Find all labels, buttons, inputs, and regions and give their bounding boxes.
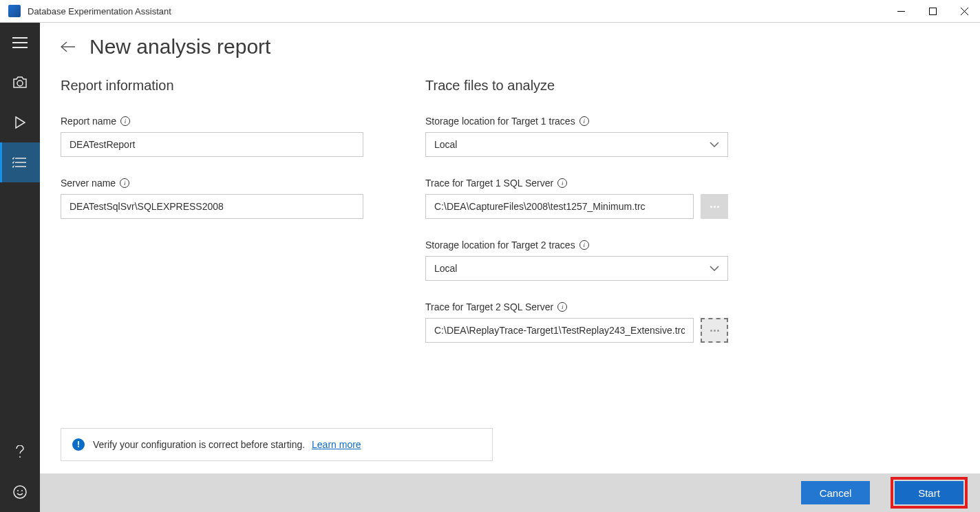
- field-storage-t2: Storage location for Target 2 traces i L…: [425, 239, 728, 281]
- trace-files-column: Trace files to analyze Storage location …: [425, 78, 728, 363]
- field-trace-t1: Trace for Target 1 SQL Server i: [425, 178, 728, 219]
- sidebar: [0, 23, 40, 512]
- main: New analysis report Report information R…: [0, 23, 980, 512]
- ellipsis-icon: [710, 206, 719, 208]
- trace-t2-input[interactable]: [425, 318, 694, 343]
- storage-t2-value: Local: [434, 263, 457, 274]
- storage-t1-label: Storage location for Target 1 traces: [425, 116, 575, 127]
- report-info-heading: Report information: [61, 78, 363, 94]
- back-button[interactable]: [61, 39, 76, 54]
- info-icon[interactable]: i: [120, 116, 130, 126]
- report-info-column: Report information Report name i Server …: [61, 78, 363, 363]
- svg-point-13: [14, 486, 26, 498]
- sidebar-item-capture[interactable]: [0, 63, 40, 103]
- storage-t2-select[interactable]: Local: [425, 256, 728, 281]
- svg-marker-8: [16, 117, 25, 128]
- content: New analysis report Report information R…: [40, 23, 980, 512]
- cancel-button[interactable]: Cancel: [801, 481, 870, 504]
- info-badge-icon: !: [72, 438, 85, 451]
- app-icon: [8, 5, 21, 17]
- app-title: Database Experimentation Assistant: [28, 6, 171, 17]
- close-button[interactable]: [948, 0, 980, 23]
- titlebar: Database Experimentation Assistant: [0, 0, 980, 23]
- server-name-label: Server name: [61, 178, 116, 189]
- info-icon[interactable]: i: [120, 178, 129, 188]
- svg-rect-1: [929, 8, 936, 14]
- svg-point-14: [17, 490, 19, 491]
- footer-bar: Cancel Start: [40, 473, 980, 512]
- sidebar-item-reports[interactable]: [0, 142, 40, 182]
- sidebar-item-help[interactable]: [0, 432, 40, 472]
- form-columns: Report information Report name i Server …: [61, 78, 959, 363]
- trace-t1-label: Trace for Target 1 SQL Server: [425, 178, 553, 189]
- svg-point-7: [17, 81, 23, 86]
- browse-trace-t2-button[interactable]: [701, 318, 728, 343]
- learn-more-link[interactable]: Learn more: [312, 439, 361, 450]
- field-trace-t2: Trace for Target 2 SQL Server i: [425, 301, 728, 343]
- report-name-input[interactable]: [61, 132, 363, 157]
- browse-trace-t1-button[interactable]: [701, 194, 728, 219]
- verify-banner: ! Verify your configuration is correct b…: [61, 428, 493, 461]
- start-button[interactable]: Start: [895, 481, 963, 504]
- ellipsis-icon: [710, 330, 719, 332]
- maximize-button[interactable]: [917, 0, 948, 23]
- info-icon[interactable]: i: [557, 302, 567, 312]
- server-name-input[interactable]: [61, 194, 363, 219]
- report-name-label: Report name: [61, 116, 116, 127]
- page-title: New analysis report: [89, 35, 270, 58]
- start-button-highlight: Start: [891, 477, 968, 509]
- field-report-name: Report name i: [61, 116, 363, 157]
- verify-text: Verify your configuration is correct bef…: [93, 439, 305, 450]
- trace-files-heading: Trace files to analyze: [425, 78, 728, 94]
- info-icon[interactable]: i: [557, 178, 567, 188]
- page: New analysis report Report information R…: [40, 23, 980, 473]
- storage-t1-select[interactable]: Local: [425, 132, 728, 157]
- svg-point-12: [19, 456, 21, 458]
- page-header: New analysis report: [61, 35, 959, 58]
- field-server-name: Server name i: [61, 178, 363, 219]
- window-controls: [885, 0, 980, 23]
- svg-point-15: [21, 490, 23, 491]
- trace-t2-label: Trace for Target 2 SQL Server: [425, 301, 553, 312]
- minimize-button[interactable]: [885, 0, 917, 23]
- storage-t1-value: Local: [434, 139, 457, 150]
- chevron-down-icon: [710, 142, 719, 147]
- sidebar-hamburger[interactable]: [0, 23, 40, 63]
- chevron-down-icon: [710, 266, 719, 271]
- sidebar-item-replay[interactable]: [0, 103, 40, 142]
- info-icon[interactable]: i: [579, 240, 589, 250]
- sidebar-item-feedback[interactable]: [0, 472, 40, 512]
- info-icon[interactable]: i: [579, 116, 589, 126]
- trace-t1-input[interactable]: [425, 194, 694, 219]
- field-storage-t1: Storage location for Target 1 traces i L…: [425, 116, 728, 157]
- storage-t2-label: Storage location for Target 2 traces: [425, 239, 575, 250]
